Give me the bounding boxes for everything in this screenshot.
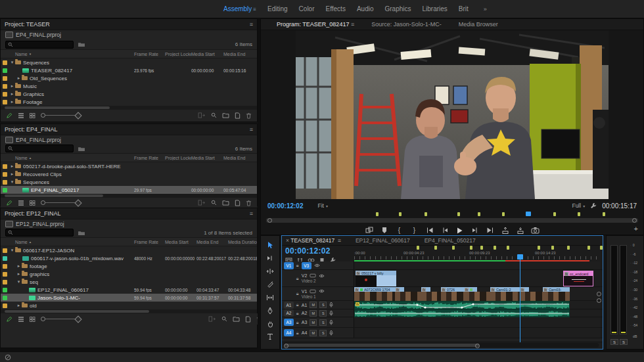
volume-keyframe-line[interactable] [355,310,570,317]
playback-resolution-select[interactable]: Full▾ [572,202,585,209]
type-tool[interactable] [265,332,275,342]
search-bin-icon[interactable] [78,41,85,47]
expander-icon[interactable]: ▸ [9,171,15,177]
label-chip[interactable] [3,288,7,292]
new-bin-button[interactable] [233,316,240,322]
track-output-eye-icon[interactable] [319,289,325,293]
label-chip[interactable] [3,248,7,253]
track-a4-content[interactable] [354,328,600,338]
tab-media-browser[interactable]: Media Browser [459,21,498,28]
tab-source-monitor[interactable]: Source: Jason-Solo-1-MC- [371,21,442,28]
mark-in-button[interactable]: { [395,226,404,235]
mute-button[interactable]: M [310,302,317,308]
timeline-vertical-scrollbar[interactable] [597,292,601,314]
workspace-tab-effects[interactable]: Effects [326,5,346,12]
column-headers[interactable]: Name▴ Frame Rate Media Start Media End M… [1,237,257,246]
sequence-marker[interactable] [399,212,402,216]
row-graphics[interactable]: ▸ graphics [1,270,257,278]
sequence-marker[interactable] [457,212,460,216]
label-chip[interactable] [3,164,7,169]
expander-icon[interactable]: ▾ [9,179,15,185]
volume-keyframe-line[interactable] [355,302,570,309]
ripple-edit-tool[interactable] [265,266,275,276]
track-select-forward-tool[interactable] [265,253,275,263]
zoom-handle-right[interactable] [475,344,480,348]
scroll-handle-left[interactable] [267,218,272,223]
sequence-marker[interactable] [567,246,570,250]
new-bin-button[interactable] [222,200,229,206]
go-to-out-button[interactable] [486,226,495,235]
expander-icon[interactable]: ▸ [16,263,22,269]
label-chip[interactable] [3,304,7,308]
icon-view-button[interactable] [30,200,35,206]
find-button[interactable] [211,112,217,118]
search-input[interactable] [5,145,74,152]
panel-menu-icon[interactable]: ≡ [351,21,354,28]
track-name[interactable]: V2 [302,273,308,278]
sequence-marker[interactable] [470,246,472,250]
monitor-marker-strip[interactable] [266,212,638,217]
clip-0726[interactable]: fx0726 [441,287,464,301]
panel-menu-icon[interactable]: ≡ [250,210,253,217]
label-chip[interactable] [3,188,7,192]
new-bin-button[interactable] [222,112,229,118]
track-lock-icon[interactable]: 🔒︎ [296,302,299,307]
extract-button[interactable] [516,226,525,235]
step-back-button[interactable] [440,226,449,235]
sequence-marker[interactable] [417,246,419,250]
track-lock-icon[interactable]: 🔒︎ [296,276,299,281]
zoom-level-select[interactable]: Fit▾ [317,202,327,209]
workspace-tab-brit[interactable]: Brit [459,5,469,12]
add-marker-button[interactable] [380,226,389,235]
expander-icon[interactable]: ▸ [9,91,15,97]
audio-clip-a1[interactable]: fx [354,301,570,309]
razor-tool[interactable] [265,279,275,289]
sequence-marker[interactable] [478,212,480,216]
timeline-tab-ep4[interactable]: EP4_FINAL_050217 [425,237,476,244]
breadcrumb[interactable]: EP12_FINAL.prproj [16,221,64,227]
expander-icon[interactable]: ▸ [16,76,22,81]
master-track[interactable] [282,338,603,342]
track-v1-content[interactable]: fxA072C659 1704 fx fx fx0726 fx fxCam01-… [354,287,600,300]
zoom-slider[interactable] [41,113,81,118]
row-footage[interactable]: ▸ footage [1,262,257,270]
label-chip[interactable] [3,272,7,277]
close-icon[interactable]: × [286,237,289,244]
workspace-tab-assembly[interactable]: Assembly≡ [223,5,256,12]
go-to-in-button[interactable] [425,226,434,235]
row-ep4-final-sequence[interactable]: EP4_FINAL_050217 29.97 fps 00:00:00:0000… [1,186,257,194]
label-chip[interactable] [3,180,7,185]
export-frame-button[interactable] [531,226,540,235]
sequence-marker[interactable] [434,246,437,250]
clip-segment[interactable]: fx [395,287,421,301]
workspace-tab-audio[interactable]: Audio [357,5,374,12]
sequence-marker[interactable] [502,212,505,216]
sync-lock-icon[interactable] [310,289,316,294]
row-graphics[interactable]: ▸ Graphics [1,90,257,98]
find-button[interactable] [211,200,217,206]
timeline-tab-ep12[interactable]: EP12_FINAL_060617 [356,237,410,244]
sequence-marker[interactable] [600,246,603,250]
find-button[interactable] [221,316,227,322]
sequence-marker[interactable] [425,212,427,216]
track-a3-content[interactable] [354,317,600,327]
new-item-button[interactable] [245,316,251,323]
sequence-marker[interactable] [494,246,496,250]
tab-program-monitor[interactable]: Program: TEASER_082417 ≡ [277,21,354,28]
track-output-eye-icon[interactable] [319,274,325,278]
sequence-marker[interactable] [376,212,379,216]
clip-segment[interactable]: fx [520,287,543,301]
label-chip[interactable] [3,100,7,104]
play-button[interactable] [455,226,465,235]
voiceover-mic-icon[interactable] [329,302,333,307]
label-chip[interactable] [3,60,7,65]
workspace-tab-libraries[interactable]: Libraries [423,5,448,12]
row-mixdown-wav[interactable]: 060617-v-jason-solo-01b_mixdown.wav 4800… [1,254,257,262]
monitor-zoom-scrollbar[interactable] [266,218,638,223]
track-v3-content[interactable] [354,261,600,269]
column-headers[interactable]: Name▴ Frame Rate Project Locked Media St… [1,153,257,162]
track-name[interactable]: A2 [302,311,308,315]
comparison-view-button[interactable] [365,226,374,235]
delete-button[interactable] [246,112,252,119]
panel-tab-project-ep12[interactable]: Project: EP12_FINAL [5,210,61,217]
